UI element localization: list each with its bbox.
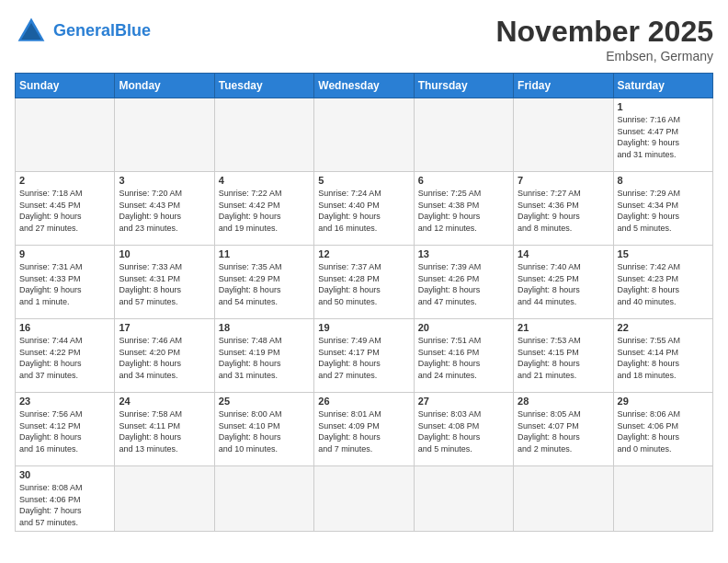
calendar-week-row: 23Sunrise: 7:56 AM Sunset: 4:12 PM Dayli… <box>16 393 713 466</box>
logo-blue: Blue <box>115 21 151 40</box>
calendar-day-cell: 27Sunrise: 8:03 AM Sunset: 4:08 PM Dayli… <box>414 393 513 466</box>
calendar-day-cell: 10Sunrise: 7:33 AM Sunset: 4:31 PM Dayli… <box>115 246 214 319</box>
calendar-day-header: Friday <box>514 74 613 98</box>
calendar-day-cell: 29Sunrise: 8:06 AM Sunset: 4:06 PM Dayli… <box>613 393 712 466</box>
day-number: 24 <box>119 396 210 407</box>
calendar-day-cell <box>115 466 214 532</box>
day-number: 4 <box>219 175 310 186</box>
day-info: Sunrise: 7:55 AM Sunset: 4:14 PM Dayligh… <box>618 335 709 381</box>
logo-text: GeneralBlue <box>53 22 151 40</box>
title-block: November 2025 Embsen, Germany <box>495 15 713 63</box>
day-info: Sunrise: 7:31 AM Sunset: 4:33 PM Dayligh… <box>19 261 110 307</box>
day-info: Sunrise: 8:03 AM Sunset: 4:08 PM Dayligh… <box>418 408 509 454</box>
calendar-day-cell: 18Sunrise: 7:48 AM Sunset: 4:19 PM Dayli… <box>214 319 313 393</box>
day-info: Sunrise: 7:51 AM Sunset: 4:16 PM Dayligh… <box>418 335 509 381</box>
calendar-day-cell: 13Sunrise: 7:39 AM Sunset: 4:26 PM Dayli… <box>414 246 513 319</box>
logo: GeneralBlue <box>15 15 151 48</box>
calendar-day-header: Saturday <box>613 74 712 98</box>
day-info: Sunrise: 7:53 AM Sunset: 4:15 PM Dayligh… <box>518 335 609 381</box>
calendar-day-cell: 9Sunrise: 7:31 AM Sunset: 4:33 PM Daylig… <box>16 246 115 319</box>
day-number: 10 <box>119 248 210 259</box>
day-number: 1 <box>618 101 709 112</box>
calendar-day-cell <box>214 98 313 172</box>
day-info: Sunrise: 7:49 AM Sunset: 4:17 PM Dayligh… <box>318 335 409 381</box>
page-header: GeneralBlue November 2025 Embsen, German… <box>15 15 713 63</box>
calendar-day-cell <box>16 98 115 172</box>
day-number: 7 <box>518 175 609 186</box>
location-title: Embsen, Germany <box>495 49 713 63</box>
calendar-day-cell <box>514 98 613 172</box>
day-number: 15 <box>618 248 709 259</box>
day-info: Sunrise: 7:24 AM Sunset: 4:40 PM Dayligh… <box>318 188 409 234</box>
day-info: Sunrise: 7:29 AM Sunset: 4:34 PM Dayligh… <box>618 188 709 234</box>
calendar-week-row: 2Sunrise: 7:18 AM Sunset: 4:45 PM Daylig… <box>16 172 713 246</box>
day-info: Sunrise: 7:56 AM Sunset: 4:12 PM Dayligh… <box>19 408 110 454</box>
day-info: Sunrise: 8:05 AM Sunset: 4:07 PM Dayligh… <box>518 408 609 454</box>
logo-icon <box>15 15 48 48</box>
calendar-day-cell: 16Sunrise: 7:44 AM Sunset: 4:22 PM Dayli… <box>16 319 115 393</box>
calendar-day-cell <box>214 466 313 532</box>
calendar-day-cell: 17Sunrise: 7:46 AM Sunset: 4:20 PM Dayli… <box>115 319 214 393</box>
day-number: 12 <box>318 248 409 259</box>
day-number: 27 <box>418 396 509 407</box>
day-info: Sunrise: 8:00 AM Sunset: 4:10 PM Dayligh… <box>219 408 310 454</box>
calendar-day-cell: 15Sunrise: 7:42 AM Sunset: 4:23 PM Dayli… <box>613 246 712 319</box>
day-number: 8 <box>618 175 709 186</box>
calendar-header-row: SundayMondayTuesdayWednesdayThursdayFrid… <box>16 74 713 98</box>
day-number: 14 <box>518 248 609 259</box>
day-number: 11 <box>219 248 310 259</box>
calendar-day-cell: 21Sunrise: 7:53 AM Sunset: 4:15 PM Dayli… <box>514 319 613 393</box>
day-number: 21 <box>518 322 609 333</box>
calendar-day-cell: 14Sunrise: 7:40 AM Sunset: 4:25 PM Dayli… <box>514 246 613 319</box>
calendar-day-cell: 8Sunrise: 7:29 AM Sunset: 4:34 PM Daylig… <box>613 172 712 246</box>
calendar-day-cell: 1Sunrise: 7:16 AM Sunset: 4:47 PM Daylig… <box>613 98 712 172</box>
calendar-day-cell: 28Sunrise: 8:05 AM Sunset: 4:07 PM Dayli… <box>514 393 613 466</box>
day-info: Sunrise: 7:33 AM Sunset: 4:31 PM Dayligh… <box>119 261 210 307</box>
calendar-day-cell <box>314 98 414 172</box>
logo-general: General <box>53 21 115 40</box>
day-info: Sunrise: 7:40 AM Sunset: 4:25 PM Dayligh… <box>518 261 609 307</box>
calendar-day-cell <box>514 466 613 532</box>
day-info: Sunrise: 7:35 AM Sunset: 4:29 PM Dayligh… <box>219 261 310 307</box>
day-number: 9 <box>19 248 110 259</box>
day-info: Sunrise: 7:44 AM Sunset: 4:22 PM Dayligh… <box>19 335 110 381</box>
day-number: 29 <box>618 396 709 407</box>
day-info: Sunrise: 8:08 AM Sunset: 4:06 PM Dayligh… <box>19 482 110 528</box>
day-info: Sunrise: 7:16 AM Sunset: 4:47 PM Dayligh… <box>618 114 709 160</box>
day-number: 3 <box>119 175 210 186</box>
calendar-day-header: Thursday <box>414 74 513 98</box>
day-info: Sunrise: 7:20 AM Sunset: 4:43 PM Dayligh… <box>119 188 210 234</box>
calendar-day-cell: 3Sunrise: 7:20 AM Sunset: 4:43 PM Daylig… <box>115 172 214 246</box>
calendar-day-cell <box>314 466 414 532</box>
day-number: 23 <box>19 396 110 407</box>
calendar-day-header: Tuesday <box>214 74 313 98</box>
calendar-day-cell <box>414 466 513 532</box>
calendar-day-cell <box>115 98 214 172</box>
day-info: Sunrise: 7:39 AM Sunset: 4:26 PM Dayligh… <box>418 261 509 307</box>
day-number: 17 <box>119 322 210 333</box>
month-title: November 2025 <box>495 15 713 49</box>
calendar-week-row: 9Sunrise: 7:31 AM Sunset: 4:33 PM Daylig… <box>16 246 713 319</box>
day-info: Sunrise: 7:22 AM Sunset: 4:42 PM Dayligh… <box>219 188 310 234</box>
calendar-day-header: Wednesday <box>314 74 414 98</box>
calendar-week-row: 16Sunrise: 7:44 AM Sunset: 4:22 PM Dayli… <box>16 319 713 393</box>
calendar-day-cell: 2Sunrise: 7:18 AM Sunset: 4:45 PM Daylig… <box>16 172 115 246</box>
day-number: 18 <box>219 322 310 333</box>
calendar-day-cell: 19Sunrise: 7:49 AM Sunset: 4:17 PM Dayli… <box>314 319 414 393</box>
calendar-day-cell: 22Sunrise: 7:55 AM Sunset: 4:14 PM Dayli… <box>613 319 712 393</box>
calendar-week-row: 1Sunrise: 7:16 AM Sunset: 4:47 PM Daylig… <box>16 98 713 172</box>
calendar-day-cell: 12Sunrise: 7:37 AM Sunset: 4:28 PM Dayli… <box>314 246 414 319</box>
calendar-day-cell: 25Sunrise: 8:00 AM Sunset: 4:10 PM Dayli… <box>214 393 313 466</box>
calendar-body: 1Sunrise: 7:16 AM Sunset: 4:47 PM Daylig… <box>16 98 713 532</box>
day-number: 30 <box>19 469 110 480</box>
calendar-day-cell: 26Sunrise: 8:01 AM Sunset: 4:09 PM Dayli… <box>314 393 414 466</box>
day-info: Sunrise: 8:01 AM Sunset: 4:09 PM Dayligh… <box>318 408 409 454</box>
day-number: 22 <box>618 322 709 333</box>
day-info: Sunrise: 7:37 AM Sunset: 4:28 PM Dayligh… <box>318 261 409 307</box>
day-info: Sunrise: 7:42 AM Sunset: 4:23 PM Dayligh… <box>618 261 709 307</box>
day-info: Sunrise: 7:46 AM Sunset: 4:20 PM Dayligh… <box>119 335 210 381</box>
calendar-day-header: Sunday <box>16 74 115 98</box>
calendar-day-cell: 4Sunrise: 7:22 AM Sunset: 4:42 PM Daylig… <box>214 172 313 246</box>
calendar-day-header: Monday <box>115 74 214 98</box>
day-number: 28 <box>518 396 609 407</box>
